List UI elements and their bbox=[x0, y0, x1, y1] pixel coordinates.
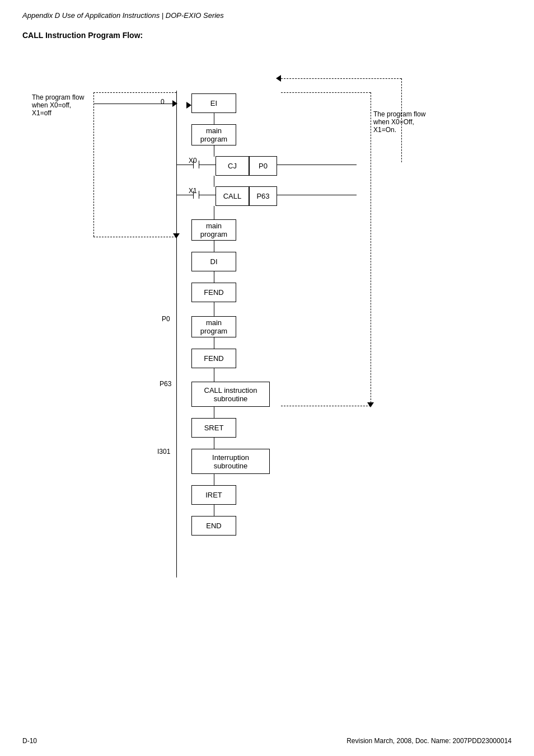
line-fend1-main3 bbox=[214, 302, 214, 316]
top-right-dash-h bbox=[281, 78, 401, 79]
step0-label: 0 bbox=[161, 98, 165, 106]
fend2-box: FEND bbox=[191, 349, 236, 368]
x1-bar1 bbox=[193, 191, 194, 199]
line-di-fend1 bbox=[214, 271, 214, 283]
page-footer: D-10 Revision March, 2008, Doc. Name: 20… bbox=[22, 737, 512, 745]
left-flow-label: The program flow when X0=off, X1=off bbox=[32, 93, 93, 117]
arrow-to-ei bbox=[186, 102, 191, 109]
line-sret-intsub bbox=[214, 438, 214, 449]
footer-left: D-10 bbox=[22, 737, 37, 745]
top-arrow-left bbox=[276, 75, 281, 82]
right-arrow-down bbox=[367, 402, 374, 407]
line-fend2-callsub bbox=[214, 368, 214, 382]
diagram-container: The program flow when X0=off, X1=off The… bbox=[26, 49, 508, 636]
left-dash-left bbox=[93, 92, 94, 237]
top-h-line bbox=[93, 104, 176, 104]
main3-box: main program bbox=[191, 316, 236, 337]
left-dash-top bbox=[93, 92, 176, 93]
int-sub-box: Interruption subroutine bbox=[191, 449, 270, 474]
line-main3-fend2 bbox=[214, 337, 214, 349]
di-box: DI bbox=[191, 252, 236, 271]
right-dash-bottom bbox=[281, 406, 371, 406]
p63-label: P63 bbox=[160, 380, 171, 388]
x0-bar1 bbox=[193, 161, 194, 168]
line-main2-di bbox=[214, 241, 214, 252]
p0-param-box: P0 bbox=[249, 156, 277, 176]
line-callsub-sret bbox=[214, 407, 214, 418]
line-cj-x1 bbox=[214, 176, 214, 187]
right-dash-top bbox=[281, 92, 371, 93]
main-rail bbox=[176, 91, 177, 577]
top-right-dash-v bbox=[401, 78, 402, 162]
main2-box: main program bbox=[191, 219, 236, 241]
fend1-box: FEND bbox=[191, 283, 236, 302]
x1-contact-left bbox=[176, 195, 193, 195]
right-flow-label: The program flow when X0=Off, X1=On. bbox=[373, 110, 446, 134]
line-ei-main1 bbox=[214, 113, 214, 124]
ei-box: EI bbox=[191, 93, 236, 113]
line-main1-cj bbox=[214, 145, 214, 157]
line-call-main2 bbox=[214, 206, 214, 220]
section-title: CALL Instruction Program Flow: bbox=[22, 31, 512, 40]
top-arrow-right bbox=[172, 100, 177, 107]
iret-box: IRET bbox=[191, 485, 236, 505]
call-sub-box: CALL instruction subroutine bbox=[191, 382, 270, 407]
call-box: CALL bbox=[216, 186, 249, 206]
i301-label: I301 bbox=[157, 448, 170, 456]
x0-contact-left bbox=[176, 165, 193, 165]
cj-box: CJ bbox=[216, 156, 249, 176]
line-iret-end bbox=[214, 505, 214, 516]
header-text: Appendix D Use of Application Instructio… bbox=[22, 11, 224, 20]
sret-box: SRET bbox=[191, 418, 236, 438]
line-intsub-iret bbox=[214, 474, 214, 485]
main1-box: main program bbox=[191, 124, 236, 145]
end-box: END bbox=[191, 516, 236, 536]
right-dash-right bbox=[371, 92, 371, 406]
left-dash-bottom bbox=[93, 237, 176, 237]
page-header: Appendix D Use of Application Instructio… bbox=[22, 11, 512, 20]
p0-label: P0 bbox=[162, 315, 170, 323]
left-arrow-down bbox=[173, 233, 180, 238]
footer-right: Revision March, 2008, Doc. Name: 2007PDD… bbox=[346, 737, 512, 745]
p63-param-box: P63 bbox=[249, 186, 277, 206]
right-connect-v bbox=[401, 161, 402, 162]
